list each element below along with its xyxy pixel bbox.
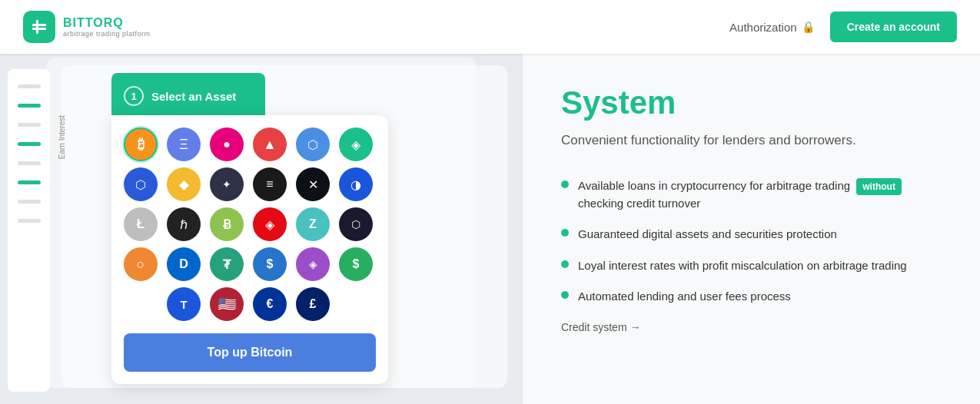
authorization-link[interactable]: Authorization 🔒 xyxy=(729,21,815,34)
svg-rect-1 xyxy=(32,28,46,30)
coin-bnb[interactable]: ◆ xyxy=(167,167,201,201)
main-content: Earn Interest 1 Select an Asset ₿ Ξ ● ▲ … xyxy=(0,54,980,404)
feature-text-1: Available loans in cryptocurrency for ar… xyxy=(578,177,942,213)
coin-ltc[interactable]: Ł xyxy=(124,207,158,241)
step-header: 1 Select an Asset xyxy=(111,73,265,119)
feature-text-1-before: Available loans in cryptocurrency for ar… xyxy=(578,179,850,192)
feature-bullet-2 xyxy=(561,229,569,237)
right-panel: System Convenient functionality for lend… xyxy=(523,54,980,404)
earn-interest-label: Earn Interest xyxy=(58,115,66,159)
feature-list: Available loans in cryptocurrency for ar… xyxy=(561,177,942,306)
coin-tuber[interactable]: T xyxy=(167,287,201,321)
coin-zilliqa[interactable]: Z xyxy=(296,207,330,241)
coin-avalanche[interactable]: ▲ xyxy=(253,127,287,161)
asset-panel: ₿ Ξ ● ▲ ⬡ ◈ ⬡ ◆ ✦ ≡ ✕ ◑ Ł ℏ Ƀ ◈ Z ⬡ xyxy=(111,115,388,384)
coin-hedera[interactable]: ℏ xyxy=(167,207,201,241)
feature-text-1-after: checking credit turnover xyxy=(578,197,700,210)
coin-orbs[interactable]: ○ xyxy=(124,247,158,281)
coin-ethereum[interactable]: Ξ xyxy=(167,127,201,161)
coin-usdt[interactable]: ₮ xyxy=(210,247,244,281)
feature-item-4: Automated lending and user fees process xyxy=(561,288,942,306)
step-number: 1 xyxy=(124,86,144,106)
svg-rect-0 xyxy=(32,24,46,26)
feature-item-2: Guaranteed digital assets and securities… xyxy=(561,226,942,243)
sidebar-bar-8 xyxy=(18,219,41,223)
logo-name: BITTORQ xyxy=(63,16,151,30)
sidebar-bar-1 xyxy=(18,84,41,88)
system-subtitle: Convenient functionality for lenders and… xyxy=(561,131,942,151)
coin-empty-2 xyxy=(339,287,373,321)
coin-euro[interactable]: € xyxy=(253,287,287,321)
system-title: System xyxy=(561,84,942,121)
coin-xrp[interactable]: ✕ xyxy=(296,167,330,201)
coin-bch[interactable]: Ƀ xyxy=(210,207,244,241)
sidebar-bar-5 xyxy=(18,161,41,165)
auth-label: Authorization xyxy=(729,21,797,34)
coin-box[interactable]: ⬡ xyxy=(296,127,330,161)
sidebar-bar-4 xyxy=(18,142,41,146)
left-panel: Earn Interest 1 Select an Asset ₿ Ξ ● ▲ … xyxy=(0,54,523,404)
coin-eos[interactable]: ⬡ xyxy=(339,207,373,241)
header-right: Authorization 🔒 Create an account xyxy=(729,12,957,42)
coin-sns[interactable]: ◑ xyxy=(339,167,373,201)
without-badge: without xyxy=(856,178,902,195)
credit-link-text: Credit system → xyxy=(561,321,640,333)
coin-grid: ₿ Ξ ● ▲ ⬡ ◈ ⬡ ◆ ✦ ≡ ✕ ◑ Ł ℏ Ƀ ◈ Z ⬡ xyxy=(124,127,376,321)
feature-item-1: Available loans in cryptocurrency for ar… xyxy=(561,177,942,213)
coin-link[interactable]: ⬡ xyxy=(124,167,158,201)
sidebar-simulation xyxy=(8,69,50,392)
coin-edgeware[interactable]: ◈ xyxy=(296,247,330,281)
coin-polkadot[interactable]: ● xyxy=(210,127,244,161)
coin-dollar-green[interactable]: $ xyxy=(339,247,373,281)
coin-strax[interactable]: ≡ xyxy=(253,167,287,201)
feature-bullet-1 xyxy=(561,180,569,188)
logo-sub: arbitrage trading platform xyxy=(63,30,151,38)
svg-rect-2 xyxy=(36,20,38,34)
coin-usdc[interactable]: $ xyxy=(253,247,287,281)
logo-icon xyxy=(23,11,55,43)
feature-item-3: Loyal interest rates with profit miscalc… xyxy=(561,257,942,275)
coin-mvx[interactable]: ◈ xyxy=(339,127,373,161)
header: BITTORQ arbitrage trading platform Autho… xyxy=(0,0,980,54)
sidebar-bar-3 xyxy=(18,123,41,127)
coin-usdollar[interactable]: 🇺🇸 xyxy=(210,287,244,321)
sidebar-bar-2 xyxy=(18,104,41,108)
coin-bitcoin[interactable]: ₿ xyxy=(124,127,158,161)
feature-text-4: Automated lending and user fees process xyxy=(578,288,791,306)
logo-text: BITTORQ arbitrage trading platform xyxy=(63,16,151,38)
coin-dgb[interactable]: D xyxy=(167,247,201,281)
top-up-bitcoin-button[interactable]: Top up Bitcoin xyxy=(124,333,376,372)
step-title: Select an Asset xyxy=(151,90,236,103)
credit-system-link[interactable]: Credit system → xyxy=(561,321,942,333)
logo: BITTORQ arbitrage trading platform xyxy=(23,11,151,43)
feature-bullet-4 xyxy=(561,291,569,299)
coin-gbp[interactable]: £ xyxy=(296,287,330,321)
coin-empty-1 xyxy=(124,287,158,321)
feature-text-3: Loyal interest rates with profit miscalc… xyxy=(578,257,907,275)
coin-cosmos[interactable]: ✦ xyxy=(210,167,244,201)
sidebar-bar-7 xyxy=(18,200,41,204)
coin-tron[interactable]: ◈ xyxy=(253,207,287,241)
feature-text-2: Guaranteed digital assets and securities… xyxy=(578,226,837,243)
lock-icon: 🔒 xyxy=(802,21,815,33)
sidebar-bar-6 xyxy=(18,180,41,184)
feature-bullet-3 xyxy=(561,260,569,268)
create-account-button[interactable]: Create an account xyxy=(830,12,957,42)
